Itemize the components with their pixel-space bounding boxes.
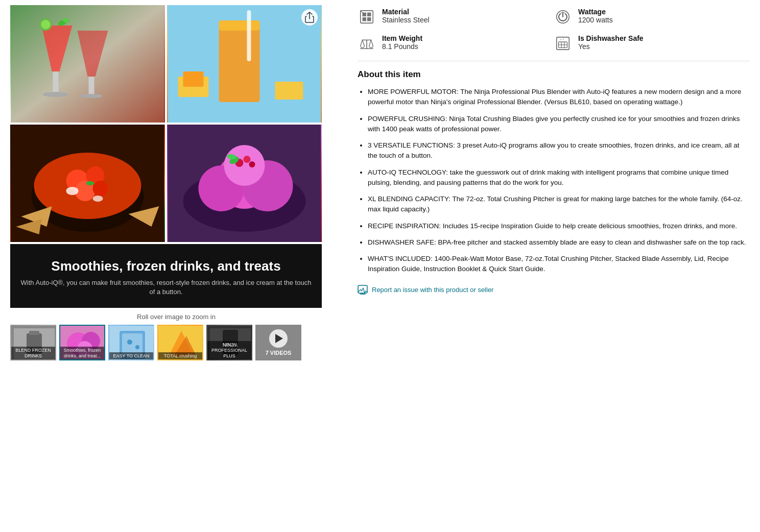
thumbnail-clean[interactable]: EASY TO CLEAN bbox=[108, 325, 154, 360]
promo-subtext: With Auto-iQ®, you can make fruit smooth… bbox=[20, 278, 312, 297]
product-image-salsa[interactable] bbox=[10, 125, 165, 242]
bullet-4: AUTO-IQ TECHNOLOGY: take the guesswork o… bbox=[368, 167, 750, 188]
thumb-blend-label: BLEND FROZEN DRINKS bbox=[11, 347, 55, 360]
svg-rect-66 bbox=[367, 13, 371, 17]
spec-material: Material Stainless Steel bbox=[358, 8, 554, 26]
material-icon bbox=[358, 8, 376, 26]
svg-rect-16 bbox=[183, 71, 204, 87]
specs-row: Material Stainless Steel bbox=[358, 8, 750, 61]
svg-point-4 bbox=[43, 92, 68, 97]
bullet-2: POWERFUL CRUSHING: Ninja Total Crushing … bbox=[368, 114, 750, 135]
svg-line-69 bbox=[361, 11, 364, 14]
product-details-section: Material Stainless Steel bbox=[358, 5, 750, 527]
dishwasher-value: Yes bbox=[578, 42, 644, 51]
svg-rect-67 bbox=[363, 17, 367, 21]
material-label: Material bbox=[382, 8, 430, 16]
thumbnail-blend[interactable]: BLEND FROZEN DRINKS bbox=[10, 325, 56, 360]
report-issue-button[interactable]: Report an issue with this product or sel… bbox=[358, 285, 750, 295]
bullet-8: WHAT'S INCLUDED: 1400-Peak-Watt Motor Ba… bbox=[368, 254, 750, 275]
thumb-crushing-label: TOTAL crushing bbox=[158, 352, 202, 360]
svg-point-28 bbox=[86, 181, 94, 185]
product-image-icecream[interactable] bbox=[167, 125, 322, 242]
image-grid bbox=[10, 5, 322, 242]
thumb-clean-label: EASY TO CLEAN bbox=[109, 352, 153, 360]
play-icon bbox=[275, 334, 283, 343]
bullet-3: 3 VERSATILE FUNCTIONS: 3 preset Auto-iQ … bbox=[368, 140, 750, 161]
svg-rect-17 bbox=[275, 82, 303, 100]
rollover-hint: Roll over image to zoom in bbox=[10, 313, 342, 321]
spec-group-right: Wattage 1200 watts bbox=[554, 8, 750, 53]
svg-point-40 bbox=[249, 161, 255, 167]
weight-icon bbox=[358, 34, 376, 53]
play-button[interactable] bbox=[269, 329, 288, 348]
wattage-icon bbox=[554, 8, 572, 26]
svg-point-37 bbox=[224, 145, 265, 186]
thumb-smoothies-label: Smoothies, frozen drinks, and treat... bbox=[60, 347, 104, 360]
svg-rect-6 bbox=[89, 77, 94, 94]
svg-point-26 bbox=[66, 187, 79, 195]
bullet-list: MORE POWERFUL MOTOR: The Ninja Professio… bbox=[358, 87, 750, 275]
weight-label: Item Weight bbox=[382, 34, 422, 42]
svg-point-27 bbox=[93, 196, 103, 202]
bullet-5: XL BLENDING CAPACITY: The 72-oz. Total C… bbox=[368, 194, 750, 215]
product-images-section: Smoothies, frozen drinks, and treats Wit… bbox=[10, 5, 342, 527]
dishwasher-label: Is Dishwasher Safe bbox=[578, 34, 644, 42]
report-issue-icon bbox=[358, 285, 368, 295]
svg-rect-13 bbox=[219, 20, 260, 102]
svg-rect-46 bbox=[29, 331, 39, 335]
svg-rect-68 bbox=[367, 17, 371, 21]
spec-group-left: Material Stainless Steel bbox=[358, 8, 554, 53]
svg-point-56 bbox=[135, 345, 139, 349]
share-button[interactable] bbox=[301, 9, 318, 26]
spec-dishwasher: Is Dishwasher Safe Yes bbox=[554, 34, 750, 53]
wattage-label: Wattage bbox=[578, 8, 613, 16]
svg-rect-3 bbox=[53, 71, 59, 92]
material-value: Stainless Steel bbox=[382, 16, 430, 24]
dishwasher-icon bbox=[554, 34, 572, 53]
thumbnail-smoothies[interactable]: Smoothies, frozen drinks, and treat... bbox=[59, 325, 105, 360]
spec-weight: Item Weight 8.1 Pounds bbox=[358, 34, 554, 53]
thumbnail-crushing[interactable]: TOTAL crushing bbox=[157, 325, 203, 360]
promo-banner: Smoothies, frozen drinks, and treats Wit… bbox=[10, 244, 322, 308]
about-section: About this item MORE POWERFUL MOTOR: The… bbox=[358, 69, 750, 275]
wattage-value: 1200 watts bbox=[578, 16, 613, 24]
svg-rect-18 bbox=[247, 10, 251, 61]
videos-count-label: 7 VIDEOS bbox=[266, 350, 292, 356]
product-image-margaritas[interactable] bbox=[10, 5, 165, 123]
thumbnail-strip: BLEND FROZEN DRINKS Smoothies, frozen dr… bbox=[10, 325, 347, 360]
bullet-6: RECIPE INSPIRATION: Includes 15-recipe I… bbox=[368, 221, 750, 231]
bullet-7: DISHWASHER SAFE: BPA-free pitcher and st… bbox=[368, 237, 750, 248]
report-issue-label: Report an issue with this product or sel… bbox=[372, 286, 493, 294]
video-thumbnail[interactable]: 7 VIDEOS bbox=[255, 325, 301, 360]
bullet-1: MORE POWERFUL MOTOR: The Ninja Professio… bbox=[368, 87, 750, 108]
svg-rect-14 bbox=[219, 20, 260, 31]
svg-point-7 bbox=[80, 94, 103, 98]
svg-point-9 bbox=[41, 20, 51, 29]
spec-wattage: Wattage 1200 watts bbox=[554, 8, 750, 26]
about-title: About this item bbox=[358, 69, 750, 80]
weight-value: 8.1 Pounds bbox=[382, 42, 422, 51]
thumbnail-ninja[interactable]: NINJA NINJA PROFESSIONAL PLUS bbox=[206, 325, 252, 360]
promo-headline: Smoothies, frozen drinks, and treats bbox=[20, 258, 312, 274]
product-image-smoothie[interactable] bbox=[167, 5, 322, 123]
svg-point-25 bbox=[93, 181, 108, 196]
svg-point-55 bbox=[127, 340, 132, 345]
thumb-ninja-label: NINJA PROFESSIONAL PLUS bbox=[207, 341, 251, 359]
svg-point-39 bbox=[244, 156, 251, 163]
